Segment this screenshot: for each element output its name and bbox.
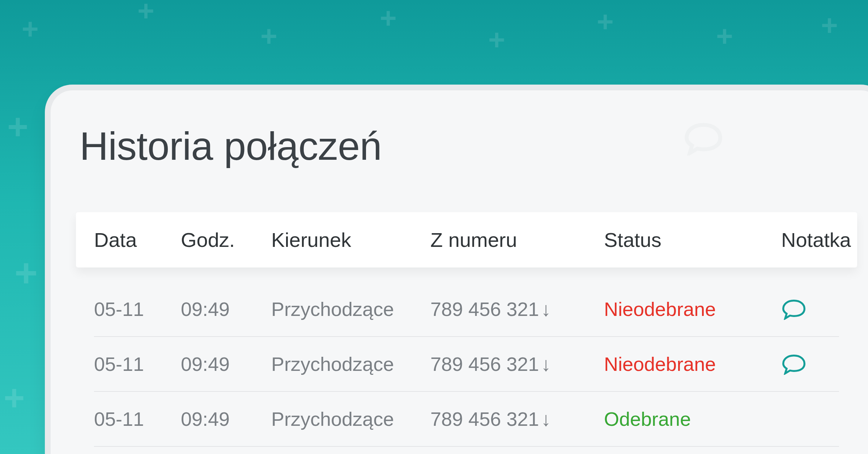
- page-title: Historia połączeń: [80, 123, 857, 169]
- speech-bubble-icon[interactable]: [781, 298, 807, 320]
- cell-time: 09:49: [181, 408, 271, 430]
- cell-from-number: 789 456 321 ↓: [430, 298, 604, 320]
- col-date: Data: [94, 228, 181, 252]
- cell-time: 09:49: [181, 353, 271, 375]
- cell-status: Nieodebrane: [604, 353, 781, 375]
- cell-date: 05-11: [94, 298, 181, 320]
- cell-status: Odebrane: [604, 408, 781, 430]
- table-header: Data Godz. Kierunek Z numeru Status Nota…: [76, 212, 857, 267]
- incoming-arrow-icon: ↓: [541, 298, 551, 320]
- col-status: Status: [604, 228, 781, 252]
- cell-direction: Przychodzące: [271, 408, 430, 430]
- cell-status: Nieodebrane: [604, 298, 781, 320]
- cell-note: [781, 353, 868, 375]
- incoming-arrow-icon: ↓: [541, 408, 551, 430]
- col-time: Godz.: [181, 228, 271, 252]
- table-row[interactable]: 05-11 09:49 Przychodzące 789 456 321 ↓ O…: [94, 392, 839, 447]
- cell-date: 05-11: [94, 408, 181, 430]
- col-note: Notatka: [781, 228, 868, 252]
- cell-direction: Przychodzące: [271, 298, 430, 320]
- cell-note: [781, 298, 868, 320]
- col-direction: Kierunek: [271, 228, 430, 252]
- from-number-value: 789 456 321: [430, 353, 539, 375]
- speech-bubble-icon[interactable]: [781, 353, 807, 375]
- cell-from-number: 789 456 321 ↓: [430, 353, 604, 375]
- from-number-value: 789 456 321: [430, 298, 539, 320]
- cell-date: 05-11: [94, 353, 181, 375]
- incoming-arrow-icon: ↓: [541, 353, 551, 375]
- col-from-number: Z numeru: [430, 228, 604, 252]
- call-history-panel: Historia połączeń Data Godz. Kierunek Z …: [51, 90, 868, 454]
- speech-bubble-icon: [684, 121, 723, 155]
- cell-from-number: 789 456 321 ↓: [430, 408, 604, 430]
- table-row[interactable]: 05-11 09:49 Przychodzące 789 456 321 ↓ N…: [94, 282, 839, 337]
- cell-time: 09:49: [181, 298, 271, 320]
- cell-direction: Przychodzące: [271, 353, 430, 375]
- table-body: 05-11 09:49 Przychodzące 789 456 321 ↓ N…: [76, 282, 857, 447]
- table-row[interactable]: 05-11 09:49 Przychodzące 789 456 321 ↓ N…: [94, 337, 839, 392]
- from-number-value: 789 456 321: [430, 408, 539, 430]
